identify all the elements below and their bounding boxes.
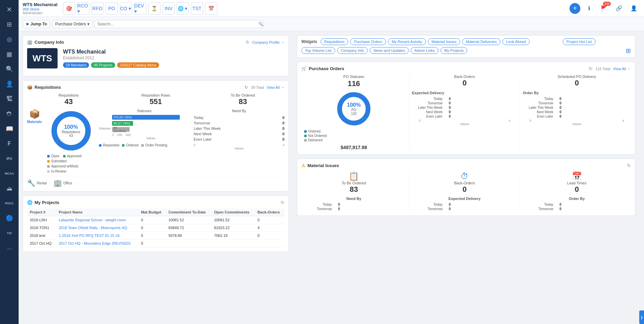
nav-dev[interactable]: DEV ▾ xyxy=(134,2,146,15)
col-commitment: Commitment To-Date xyxy=(166,208,211,216)
sidebar-mountain[interactable]: ⛰ xyxy=(3,182,16,195)
company-info-refresh[interactable]: ↻ xyxy=(246,40,250,45)
nav-user-name: Will Stone xyxy=(23,7,58,11)
nav-add-btn[interactable]: + xyxy=(570,3,580,14)
nav-flag-btn[interactable]: 🚩 948 xyxy=(598,2,610,15)
widget-tag-my-projects[interactable]: My Projects xyxy=(441,47,467,54)
statuses-legend: Requested Ordered Order Pending xyxy=(99,143,190,147)
nav-po[interactable]: PO xyxy=(106,2,118,15)
sidebar-helmet[interactable]: ⛑ xyxy=(3,107,16,121)
mi-tbo-icon: 📋 xyxy=(301,171,406,181)
po-statuses-col: PO Statuses 116 100% PO 132 xyxy=(301,75,409,150)
legend-ordered: Ordered xyxy=(122,143,138,147)
members-badge[interactable]: 18 Members xyxy=(63,62,89,68)
sidebar-phcc[interactable]: PHCC xyxy=(3,197,16,210)
sidebar-contacts[interactable]: 👤 xyxy=(3,77,16,91)
req-donut: 100% Requisitions 43 xyxy=(49,109,93,153)
company-profile-link[interactable]: Company Profile → xyxy=(252,40,284,44)
nav-hourglass[interactable]: ⏳ xyxy=(148,2,160,15)
sidebar-close[interactable]: ✕ xyxy=(3,3,16,16)
search-input[interactable] xyxy=(94,20,264,28)
req-statuses-col: Statuses Statuses 370 (67.15%) xyxy=(99,109,190,173)
req-view-all[interactable]: View All → xyxy=(267,85,284,89)
po-scheduled-delivery: Scheduled PO Delivery 0 xyxy=(523,75,631,87)
company-name-big: WTS Mechanical xyxy=(63,49,159,55)
widget-tag-activity[interactable]: My Recent Activity xyxy=(388,38,426,45)
mi-title: ⚠ Material Issues xyxy=(301,163,339,168)
jump-to-selector[interactable]: Purchase Orders ▾ xyxy=(52,20,92,28)
mi-tbo-value: 83 xyxy=(301,185,406,194)
widgets-grid-btn[interactable]: ⊞ xyxy=(626,47,631,55)
widget-tag-top-volume[interactable]: Top Volume List xyxy=(301,47,335,54)
catalog-badge[interactable]: 154227 Catalog Items xyxy=(117,62,159,68)
rental-icon-item[interactable]: 🔧 Rental xyxy=(27,179,47,187)
nav-rfo[interactable]: RFO xyxy=(91,2,104,15)
nav-globe[interactable]: 🌐 ▾ xyxy=(177,2,189,15)
mi-refresh[interactable]: ↻ xyxy=(627,163,631,168)
req-stats-row: Requisitions 43 Requisition Rows 551 To … xyxy=(27,93,284,106)
sidebar-tsi[interactable]: TSI xyxy=(3,226,16,240)
po-refresh[interactable]: ↻ xyxy=(589,66,593,71)
po-expected-delivery: Expected Delivery Today0 Tomorrow0 Later… xyxy=(412,91,517,126)
sidebar-mcaa[interactable]: MCAA xyxy=(3,167,16,180)
nb-today: Today0 xyxy=(194,115,284,120)
mi-leadtimes-label: Lead Times xyxy=(523,181,631,185)
sidebar-forklift[interactable]: 🏗 xyxy=(3,92,16,106)
sidebar-grid[interactable]: ▦ xyxy=(3,47,16,61)
po-donut-label: 100% PO 132 xyxy=(347,102,361,116)
sidebar-book[interactable]: 📖 xyxy=(3,122,16,136)
mi-nb-chart: Today0 Tomorrow0 xyxy=(301,203,406,211)
projects-table-body: 2018-LRH Lafayette Regional School - wei… xyxy=(27,216,284,247)
widget-tag-company-info[interactable]: Company Info xyxy=(337,47,368,54)
sidebar-chevrons-down[interactable]: ⌄⌄ xyxy=(3,241,16,255)
nav-speedometer[interactable]: 🎯 xyxy=(63,2,75,15)
po-statuses-label: PO Statuses xyxy=(301,75,406,79)
nav-change[interactable]: CO ▾ xyxy=(120,2,132,15)
widget-tag-news[interactable]: News and Updates xyxy=(370,47,409,54)
sidebar-gauge[interactable]: ◎ xyxy=(3,33,16,46)
req-need-by-col: Need By Today0 Tomorrow0 Later This Week… xyxy=(194,109,284,173)
sidebar-search[interactable]: 🔍 xyxy=(3,62,16,76)
po-donut: 100% PO 132 xyxy=(335,90,372,127)
projects-refresh[interactable]: ↻ xyxy=(281,200,284,205)
office-icon-item[interactable]: 🏢 Office xyxy=(53,179,72,187)
po-header-right: ↻ 116 Total View All → xyxy=(589,66,631,71)
company-info-card: 🏢 Company Info ↻ Company Profile → WTS W… xyxy=(23,35,289,76)
left-panel: 🏢 Company Info ↻ Company Profile → WTS W… xyxy=(19,31,293,324)
legend-requested: Requested xyxy=(99,143,119,147)
legend-order-pending: Order Pending xyxy=(141,143,167,147)
widget-tag-hot-list[interactable]: Project Hot List xyxy=(563,38,596,45)
widget-tag-look-ahead[interactable]: Look Ahead xyxy=(502,38,530,45)
project-name: 1-2018 Xref PO RFQ TEST 01 15 18 xyxy=(56,232,138,240)
widget-tag-material-deliveries[interactable]: Material Deliveries xyxy=(462,38,500,45)
bar-requested: 370 (67.15%) xyxy=(112,115,190,120)
materials-icon-item[interactable]: 📦 Materials xyxy=(27,109,42,124)
company-logo-area: WTS WTS Mechanical Established 2012 18 M… xyxy=(27,48,284,68)
projects-badge[interactable]: 85 Projects xyxy=(91,62,115,68)
sidebar-circle[interactable]: 🔵 xyxy=(3,211,16,225)
widget-tag-admin[interactable]: Admin Links xyxy=(411,47,438,54)
widget-tag-po[interactable]: Purchase Orders xyxy=(350,38,386,45)
sidebar-ipu[interactable]: IPU xyxy=(3,152,16,165)
sidebar-dashboard[interactable]: ⊞ xyxy=(3,18,16,31)
nav-link-btn[interactable]: 🔗 xyxy=(613,2,625,15)
po-view-all[interactable]: View All → xyxy=(613,67,631,71)
nav-test[interactable]: TST xyxy=(191,2,203,15)
widget-tag-requisitions[interactable]: Requisitions xyxy=(321,38,348,45)
company-established: Established 2012 xyxy=(63,56,159,60)
nav-user-btn[interactable]: 👤 xyxy=(628,2,640,15)
po-back-orders: Back-Orders 0 xyxy=(412,75,517,87)
req-total: 39 Total xyxy=(251,85,264,89)
nb-next-week: Next Week0 xyxy=(194,131,284,137)
nav-info-btn[interactable]: ℹ xyxy=(583,2,595,15)
bar-order-pending: 83 (15.06%) xyxy=(112,127,190,132)
right-panel-toggle[interactable]: ❯ xyxy=(639,310,644,324)
sidebar-flag-f[interactable]: F xyxy=(3,137,16,150)
nav-inv[interactable]: INV xyxy=(163,2,175,15)
nav-calendar[interactable]: 📅 xyxy=(205,2,217,15)
widget-tag-material-issues[interactable]: Material Issues xyxy=(428,38,460,45)
mi-warning-icon: ⚠ xyxy=(301,163,305,168)
nav-rco[interactable]: RCO ▾ xyxy=(77,2,89,15)
right-panel: Widgets Requisitions Purchase Orders My … xyxy=(293,31,639,324)
req-refresh[interactable]: ↻ xyxy=(244,85,248,90)
